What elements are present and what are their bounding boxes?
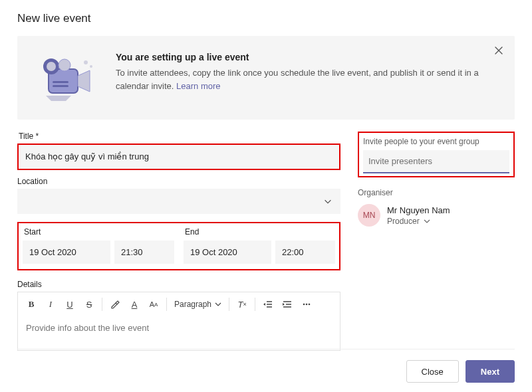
- organiser-label: Organiser: [358, 188, 515, 197]
- invite-highlight: Invite people to your event group: [358, 132, 515, 177]
- title-highlight: [17, 144, 340, 170]
- close-button[interactable]: Close: [406, 360, 459, 383]
- chevron-down-icon: [424, 218, 430, 225]
- banner-text-body: To invite attendees, copy the link once …: [116, 68, 479, 91]
- outdent-button[interactable]: [259, 295, 277, 314]
- invite-label: Invite people to your event group: [363, 137, 509, 146]
- editor-toolbar: B I U S A AA Paragraph T×: [18, 292, 340, 316]
- details-label: Details: [17, 280, 340, 289]
- underline-button[interactable]: U: [61, 295, 79, 314]
- avatar: MN: [358, 204, 380, 227]
- details-textarea[interactable]: Provide info about the live event: [18, 316, 340, 350]
- close-icon[interactable]: [493, 45, 505, 57]
- start-label: Start: [24, 227, 174, 237]
- info-banner: You are setting up a live event To invit…: [17, 36, 515, 120]
- indent-button[interactable]: [278, 295, 297, 314]
- location-select[interactable]: [17, 189, 340, 214]
- font-size-button[interactable]: AA: [144, 295, 163, 314]
- organiser-role-select[interactable]: Producer: [387, 217, 450, 226]
- font-color-button[interactable]: A: [125, 295, 144, 314]
- chevron-down-icon: [215, 301, 221, 308]
- banner-title: You are setting up a live event: [116, 52, 503, 62]
- more-options-button[interactable]: [297, 295, 316, 314]
- organiser-role-label: Producer: [387, 217, 420, 226]
- start-time-input[interactable]: 21:30: [114, 241, 174, 264]
- highlight-button[interactable]: [106, 295, 124, 314]
- paragraph-label: Paragraph: [174, 300, 211, 309]
- title-label: Title *: [17, 132, 340, 141]
- page-title: New live event: [17, 12, 515, 25]
- end-label: End: [185, 227, 335, 237]
- camera-illustration: [29, 48, 102, 108]
- svg-point-11: [309, 304, 311, 306]
- toolbar-divider: [229, 298, 229, 311]
- toolbar-divider: [255, 298, 255, 311]
- footer: Close Next: [406, 360, 515, 383]
- end-date-input[interactable]: 19 Oct 2020: [184, 241, 271, 264]
- svg-rect-7: [53, 81, 68, 83]
- svg-point-1: [90, 65, 92, 68]
- svg-point-0: [84, 60, 88, 64]
- toolbar-divider: [102, 298, 102, 311]
- datetime-highlight: Start 19 Oct 2020 21:30 End 19 Oct 2020 …: [17, 222, 340, 270]
- paragraph-button[interactable]: Paragraph: [170, 295, 225, 314]
- footer-divider: [17, 349, 515, 349]
- italic-button[interactable]: I: [41, 295, 60, 314]
- svg-rect-8: [53, 85, 68, 87]
- clear-formatting-button[interactable]: T×: [233, 295, 251, 314]
- next-button[interactable]: Next: [466, 360, 515, 383]
- title-input[interactable]: [19, 145, 339, 169]
- svg-point-9: [303, 304, 305, 306]
- end-time-input[interactable]: 22:00: [275, 241, 335, 264]
- learn-more-link[interactable]: Learn more: [176, 81, 220, 91]
- svg-point-10: [306, 304, 308, 306]
- start-date-input[interactable]: 19 Oct 2020: [23, 241, 110, 264]
- svg-point-6: [59, 59, 70, 71]
- details-editor: B I U S A AA Paragraph T×: [17, 292, 340, 351]
- toolbar-divider: [166, 298, 167, 311]
- bold-button[interactable]: B: [22, 295, 41, 314]
- strikethrough-button[interactable]: S: [80, 295, 98, 314]
- organiser-row: MN Mr Nguyen Nam Producer: [358, 204, 515, 227]
- banner-text: To invite attendees, copy the link once …: [116, 66, 503, 92]
- organiser-name: Mr Nguyen Nam: [387, 205, 450, 215]
- location-label: Location: [17, 177, 340, 186]
- svg-point-5: [47, 62, 56, 71]
- invite-presenters-input[interactable]: [363, 150, 509, 173]
- chevron-down-icon: [323, 197, 332, 206]
